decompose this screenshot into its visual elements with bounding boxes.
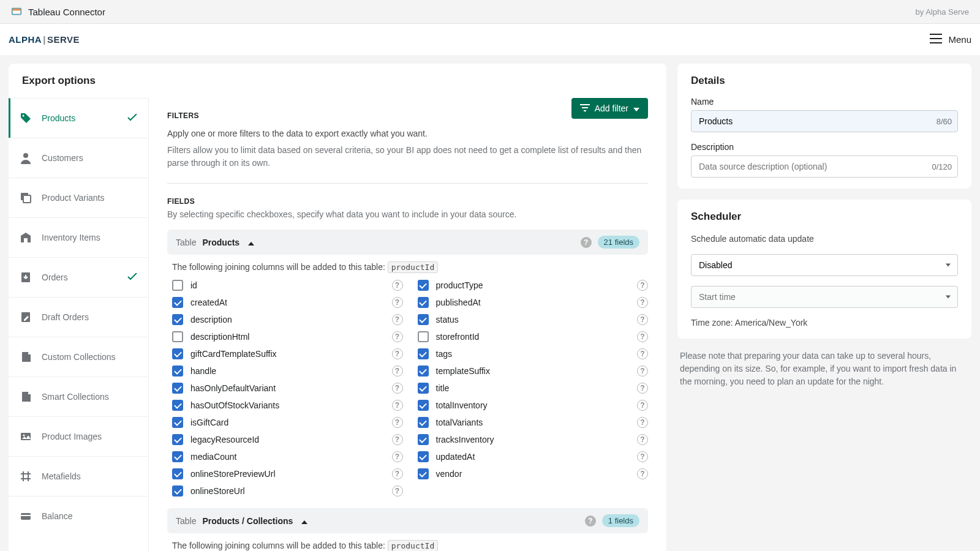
field-label: templateSuffix: [436, 366, 630, 376]
field-label: status: [436, 315, 630, 324]
field-checkbox[interactable]: [172, 485, 183, 497]
field-label: id: [190, 280, 385, 290]
sidebar: ProductsCustomersProduct VariantsInvento…: [9, 98, 148, 551]
sidebar-item-orders[interactable]: Orders: [9, 257, 148, 297]
sidebar-item-balance[interactable]: Balance: [9, 496, 148, 536]
field-checkbox[interactable]: [172, 297, 183, 308]
help-icon[interactable]: ?: [637, 400, 648, 411]
help-icon[interactable]: ?: [637, 348, 648, 359]
help-icon[interactable]: ?: [392, 485, 403, 497]
field-checkbox[interactable]: [418, 348, 429, 359]
details-card: Details Name 8/60 Description 0/120: [677, 64, 971, 189]
field-checkbox[interactable]: [418, 280, 429, 291]
field-label: onlineStorePreviewUrl: [190, 469, 385, 479]
sidebar-item-label: Customers: [42, 153, 83, 163]
help-icon[interactable]: ?: [637, 383, 648, 394]
field-label: giftCardTemplateSuffix: [190, 349, 385, 359]
field-checkbox[interactable]: [418, 314, 429, 325]
scheduler-mode-select[interactable]: Disabled: [691, 254, 958, 276]
field-checkbox[interactable]: [172, 417, 183, 428]
help-icon[interactable]: ?: [392, 314, 403, 325]
svg-point-6: [23, 115, 24, 117]
field-checkbox[interactable]: [418, 417, 429, 428]
help-icon[interactable]: ?: [392, 434, 403, 445]
help-icon[interactable]: ?: [392, 280, 403, 291]
field-checkbox[interactable]: [418, 451, 429, 462]
table-header[interactable]: Table Products / Collections?1 fields: [167, 508, 648, 533]
help-icon[interactable]: ?: [392, 348, 403, 359]
help-icon[interactable]: ?: [637, 365, 648, 377]
help-icon[interactable]: ?: [637, 434, 648, 445]
field-checkbox[interactable]: [418, 383, 429, 394]
field-row: tracksInventory?: [418, 431, 649, 448]
help-icon[interactable]: ?: [637, 417, 648, 428]
help-icon[interactable]: ?: [392, 417, 403, 428]
field-checkbox[interactable]: [418, 297, 429, 308]
field-checkbox[interactable]: [418, 434, 429, 445]
field-label: onlineStoreUrl: [190, 486, 385, 496]
help-icon[interactable]: ?: [637, 297, 648, 308]
field-row: status?: [418, 311, 649, 328]
help-icon[interactable]: ?: [637, 314, 648, 325]
filters-desc: Apply one or more filters to the data to…: [167, 127, 648, 140]
field-checkbox[interactable]: [172, 383, 183, 394]
sidebar-item-products[interactable]: Products: [9, 98, 148, 138]
help-icon[interactable]: ?: [392, 451, 403, 462]
page-title: Export options: [9, 64, 666, 98]
field-checkbox[interactable]: [172, 451, 183, 462]
field-row: createdAt?: [172, 294, 403, 311]
sidebar-item-customers[interactable]: Customers: [9, 138, 148, 178]
help-icon[interactable]: ?: [637, 280, 648, 291]
help-icon[interactable]: ?: [637, 451, 648, 462]
chevron-down-icon: [633, 103, 639, 113]
table-header[interactable]: Table Products?21 fields: [167, 230, 648, 255]
add-filter-button[interactable]: Add filter: [571, 98, 648, 119]
sidebar-item-smart-collections[interactable]: Smart Collections: [9, 377, 148, 416]
sidebar-item-inventory-items[interactable]: Inventory Items: [9, 217, 148, 257]
field-checkbox[interactable]: [172, 434, 183, 445]
menu-button[interactable]: Menu: [930, 34, 971, 45]
field-checkbox[interactable]: [418, 468, 429, 479]
field-checkbox[interactable]: [418, 400, 429, 411]
caret-up-icon: [301, 516, 307, 526]
help-icon[interactable]: ?: [585, 515, 596, 527]
help-icon[interactable]: ?: [392, 383, 403, 394]
table-name: Products / Collections: [202, 516, 293, 526]
field-label: descriptionHtml: [190, 332, 385, 342]
description-input[interactable]: [691, 156, 958, 178]
help-icon[interactable]: ?: [637, 331, 648, 342]
sidebar-item-draft-orders[interactable]: Draft Orders: [9, 297, 148, 337]
help-icon[interactable]: ?: [392, 331, 403, 342]
balance-icon: [20, 510, 32, 522]
field-row: updatedAt?: [418, 448, 649, 465]
filters-desc-sub: Filters allow you to limit data based on…: [167, 144, 648, 170]
app-byline: by Alpha Serve: [916, 7, 969, 17]
help-icon[interactable]: ?: [581, 237, 592, 248]
field-checkbox[interactable]: [418, 365, 429, 377]
help-icon[interactable]: ?: [637, 468, 648, 479]
fields-count-badge: 1 fields: [602, 514, 639, 527]
help-icon[interactable]: ?: [392, 468, 403, 479]
variant-icon: [20, 192, 32, 204]
field-checkbox[interactable]: [172, 365, 183, 377]
start-time-input: [691, 286, 958, 308]
sidebar-item-product-variants[interactable]: Product Variants: [9, 178, 148, 217]
sidebar-item-product-images[interactable]: Product Images: [9, 416, 148, 456]
help-icon[interactable]: ?: [392, 400, 403, 411]
svg-rect-18: [582, 107, 588, 108]
sidebar-item-custom-collections[interactable]: Custom Collections: [9, 337, 148, 377]
collection-icon: [20, 391, 32, 403]
field-checkbox[interactable]: [418, 331, 429, 342]
field-checkbox[interactable]: [172, 468, 183, 479]
join-text: The following joining columns will be ad…: [172, 262, 648, 272]
sidebar-item-metafields[interactable]: Metafields: [9, 456, 148, 496]
field-checkbox[interactable]: [172, 280, 183, 291]
help-icon[interactable]: ?: [392, 297, 403, 308]
help-icon[interactable]: ?: [392, 365, 403, 377]
name-input[interactable]: [691, 110, 958, 132]
field-checkbox[interactable]: [172, 314, 183, 325]
sidebar-item-label: Product Images: [42, 432, 102, 441]
field-checkbox[interactable]: [172, 348, 183, 359]
field-checkbox[interactable]: [172, 400, 183, 411]
field-checkbox[interactable]: [172, 331, 183, 342]
